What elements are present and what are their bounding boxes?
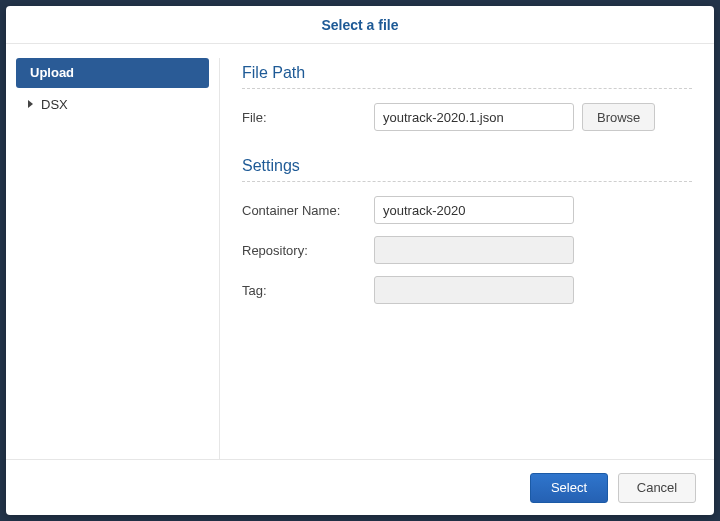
dialog-title: Select a file	[6, 6, 714, 44]
tag-label: Tag:	[242, 283, 374, 298]
sidebar-item-upload[interactable]: Upload	[16, 58, 209, 88]
dialog-footer: Select Cancel	[6, 459, 714, 515]
sidebar-item-label: Upload	[30, 65, 74, 80]
repository-input[interactable]	[374, 236, 574, 264]
select-button[interactable]: Select	[530, 473, 608, 503]
file-label: File:	[242, 110, 374, 125]
container-name-input[interactable]	[374, 196, 574, 224]
repository-label: Repository:	[242, 243, 374, 258]
main-panel: File Path File: Browse Settings Containe…	[220, 58, 714, 459]
section-title-file-path: File Path	[242, 64, 692, 89]
container-name-label: Container Name:	[242, 203, 374, 218]
file-input[interactable]	[374, 103, 574, 131]
section-title-settings: Settings	[242, 157, 692, 182]
tag-input[interactable]	[374, 276, 574, 304]
cancel-button[interactable]: Cancel	[618, 473, 696, 503]
sidebar: Upload DSX	[6, 58, 220, 459]
sidebar-item-label: DSX	[41, 97, 68, 112]
dialog-window: Select a file Upload DSX File Path File:…	[6, 6, 714, 515]
browse-button[interactable]: Browse	[582, 103, 655, 131]
chevron-right-icon	[28, 100, 33, 108]
sidebar-item-dsx[interactable]: DSX	[16, 90, 209, 120]
